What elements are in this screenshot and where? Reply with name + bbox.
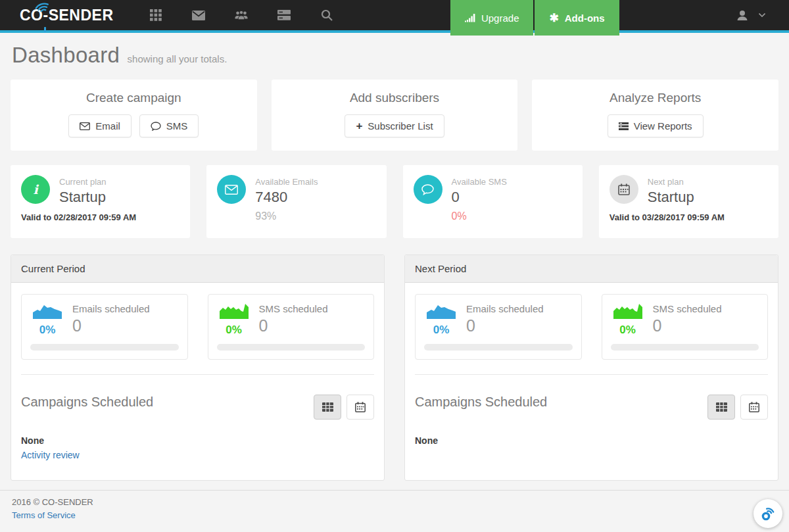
sms-button-label: SMS [166, 120, 188, 132]
addons-label: Add-ons [565, 12, 605, 24]
info-icon: i [21, 175, 50, 204]
current-period-header: Current Period [11, 255, 384, 283]
addons-button[interactable]: ✱ Add-ons [535, 0, 619, 36]
emails-scheduled-percent: 0% [424, 324, 458, 337]
emails-scheduled-widget: 0% Emails scheduled 0 [415, 294, 582, 360]
navbar: CO-SENDER [0, 0, 789, 33]
action-cards-row: Create campaign Email SMS Add subscriber… [11, 80, 778, 151]
sms-scheduled-value: 0 [653, 316, 722, 335]
sms-circle-icon [414, 175, 442, 204]
table-icon [322, 402, 333, 412]
sms-scheduled-label: SMS scheduled [653, 303, 722, 314]
upgrade-label: Upgrade [481, 12, 519, 24]
activity-review-link[interactable]: Activity review [21, 450, 80, 460]
current-plan-card: i Current plan Startup Valid to 02/28/20… [11, 165, 190, 238]
add-subscribers-title: Add subscribers [272, 91, 518, 105]
envelope-icon [80, 122, 90, 130]
emails-scheduled-value: 0 [466, 316, 544, 335]
analyze-reports-card: Analyze Reports View Reports [532, 80, 778, 151]
available-emails-percent: 93% [255, 210, 318, 222]
available-sms-label: Available SMS [452, 177, 507, 187]
logo-antenna [44, 27, 46, 32]
sms-scheduled-percent: 0% [217, 324, 251, 337]
emails-scheduled-label: Emails scheduled [466, 303, 544, 314]
user-menu[interactable] [736, 10, 765, 21]
support-widget-button[interactable] [753, 499, 782, 528]
campaigns-nav-icon[interactable] [277, 9, 291, 22]
area-chart-blue-icon [32, 302, 62, 319]
logo[interactable]: CO-SENDER [20, 7, 114, 24]
view-reports-button[interactable]: View Reports [608, 114, 704, 137]
next-plan-label: Next plan [648, 177, 694, 187]
analyze-reports-title: Analyze Reports [532, 91, 778, 105]
emails-progress-bar [30, 344, 179, 351]
sms-scheduled-widget: 0% SMS scheduled 0 [602, 294, 769, 360]
calendar-view-button[interactable] [740, 395, 768, 420]
next-period-panel: Next Period 0% Emails scheduled 0 [404, 254, 778, 481]
sms-button[interactable]: SMS [139, 114, 199, 137]
available-emails-card: Available Emails 7480 93% [206, 165, 386, 238]
subscriber-list-label: Subscriber List [368, 120, 433, 132]
emails-scheduled-value: 0 [72, 316, 150, 335]
page-header: Dashboard showing all your totals. [0, 33, 789, 74]
page-title: Dashboard [12, 43, 120, 67]
logo-signal-icon [35, 1, 53, 12]
email-circle-icon [217, 175, 246, 204]
create-campaign-card: Create campaign Email SMS [11, 80, 257, 151]
current-period-panel: Current Period 0% Emails scheduled 0 [11, 254, 385, 481]
panel-divider [415, 374, 768, 375]
sms-progress-bar [611, 344, 759, 351]
emails-scheduled-percent: 0% [30, 324, 64, 337]
calendar-view-button[interactable] [347, 395, 374, 420]
upgrade-button[interactable]: Upgrade [450, 0, 534, 36]
available-sms-card: Available SMS 0 0% [403, 165, 583, 238]
emails-progress-bar [424, 344, 573, 351]
report-list-icon [619, 122, 629, 130]
available-sms-value: 0 [452, 189, 507, 206]
email-nav-icon[interactable] [192, 9, 205, 22]
available-sms-percent: 0% [452, 210, 507, 222]
calendar-icon [355, 402, 366, 412]
subscriber-list-button[interactable]: + Subscriber List [345, 114, 444, 137]
create-campaign-title: Create campaign [11, 91, 257, 105]
copyright-text: 2016 © CO-SENDER [12, 497, 777, 507]
sms-scheduled-percent: 0% [611, 324, 645, 337]
logo-text: CO-SENDER [20, 7, 114, 24]
speech-bubble-icon [151, 122, 161, 131]
current-plan-label: Current plan [59, 177, 107, 187]
next-plan-validity: Valid to 03/28/2017 09:59 AM [610, 212, 768, 222]
campaigns-empty-state: None [415, 435, 768, 446]
calendar-icon [749, 402, 759, 412]
sms-scheduled-label: SMS scheduled [259, 303, 328, 314]
page-subtitle: showing all your totals. [128, 53, 227, 64]
add-subscribers-card: Add subscribers + Subscriber List [272, 80, 518, 151]
footer: 2016 © CO-SENDER Terms of Service [0, 490, 789, 521]
nav-buttons: Upgrade ✱ Add-ons [450, 0, 619, 36]
current-plan-value: Startup [59, 189, 107, 206]
area-chart-green-icon [219, 302, 249, 319]
area-chart-blue-icon [426, 302, 456, 319]
current-plan-validity: Valid to 02/28/2017 09:59 AM [21, 212, 179, 222]
available-emails-label: Available Emails [255, 177, 318, 187]
calendar-circle-icon [610, 175, 638, 204]
period-panels-row: Current Period 0% Emails scheduled 0 [11, 254, 778, 481]
email-button[interactable]: Email [68, 114, 132, 137]
table-view-button[interactable] [314, 395, 341, 420]
terms-of-service-link[interactable]: Terms of Service [12, 510, 76, 520]
area-chart-green-icon [613, 302, 643, 319]
panel-divider [21, 374, 374, 375]
campaigns-scheduled-title: Campaigns Scheduled [415, 395, 547, 410]
addons-star-icon: ✱ [549, 12, 558, 24]
next-plan-value: Startup [648, 189, 694, 206]
next-period-header: Next Period [405, 255, 778, 283]
user-icon [736, 10, 748, 21]
cosender-mark-icon [759, 505, 777, 522]
chevron-down-icon [759, 13, 765, 17]
search-icon[interactable] [320, 9, 333, 22]
apps-grid-icon[interactable] [149, 9, 162, 22]
nav-icons [149, 9, 333, 22]
subscribers-nav-icon[interactable] [235, 9, 248, 22]
stat-cards-row: i Current plan Startup Valid to 02/28/20… [11, 165, 778, 238]
table-view-button[interactable] [707, 395, 735, 420]
campaigns-empty-state: None [21, 435, 374, 446]
